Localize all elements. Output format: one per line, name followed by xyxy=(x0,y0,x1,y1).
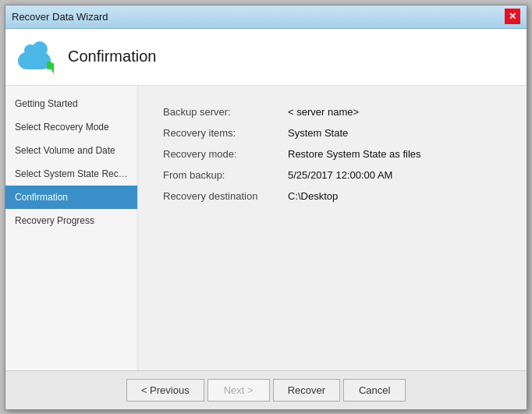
wizard-step-title: Confirmation xyxy=(68,48,156,65)
detail-label: Recovery items: xyxy=(157,122,282,143)
detail-label: Backup server: xyxy=(157,101,282,122)
sidebar-item[interactable]: Select Volume and Date xyxy=(5,139,137,162)
details-table: Backup server:< server name>Recovery ite… xyxy=(157,101,508,207)
table-row: Recovery destinationC:\Desktop xyxy=(157,186,508,207)
main-content: Backup server:< server name>Recovery ite… xyxy=(138,86,527,370)
sidebar-item[interactable]: Select Recovery Mode xyxy=(5,115,137,139)
footer: < Previous Next > Recover Cancel xyxy=(5,370,527,409)
sidebar-item[interactable]: Getting Started xyxy=(5,92,137,115)
detail-value: < server name> xyxy=(282,101,508,122)
detail-value: 5/25/2017 12:00:00 AM xyxy=(282,165,508,186)
recover-button[interactable]: Recover xyxy=(273,379,340,402)
cloud-shape xyxy=(18,52,51,69)
window-title: Recover Data Wizard xyxy=(12,11,108,23)
cancel-button[interactable]: Cancel xyxy=(343,379,406,402)
title-bar: Recover Data Wizard ✕ xyxy=(5,5,527,29)
sidebar-item[interactable]: Select System State Reco... xyxy=(5,162,137,186)
detail-label: Recovery mode: xyxy=(157,143,282,165)
close-button[interactable]: ✕ xyxy=(505,9,520,24)
arrow-shape xyxy=(48,63,54,74)
detail-value: C:\Desktop xyxy=(282,186,508,207)
table-row: Backup server:< server name> xyxy=(157,101,508,122)
sidebar-item[interactable]: Recovery Progress xyxy=(5,209,137,232)
wizard-header: Confirmation xyxy=(5,29,527,86)
table-row: From backup:5/25/2017 12:00:00 AM xyxy=(157,165,508,186)
sidebar: Getting StartedSelect Recovery ModeSelec… xyxy=(5,86,138,370)
previous-button[interactable]: < Previous xyxy=(126,379,204,402)
wizard-window: Recover Data Wizard ✕ Confirmation Getti… xyxy=(5,5,527,410)
detail-label: From backup: xyxy=(157,165,282,186)
sidebar-item[interactable]: Confirmation xyxy=(5,186,137,209)
wizard-icon xyxy=(18,38,55,76)
detail-label: Recovery destination xyxy=(157,186,282,207)
next-button[interactable]: Next > xyxy=(207,379,270,402)
table-row: Recovery items:System State xyxy=(157,122,508,143)
detail-value: Restore System State as files xyxy=(282,143,508,165)
detail-value: System State xyxy=(282,122,508,143)
content-area: Getting StartedSelect Recovery ModeSelec… xyxy=(5,86,527,370)
table-row: Recovery mode:Restore System State as fi… xyxy=(157,143,508,165)
